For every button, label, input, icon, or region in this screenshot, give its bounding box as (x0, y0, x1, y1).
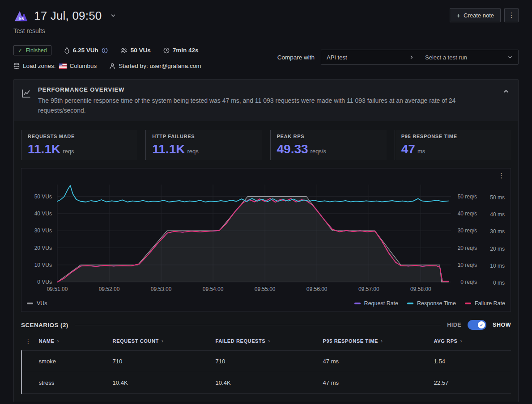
scenarios-toggle[interactable]: ✓ (468, 320, 486, 330)
chevron-right-icon (409, 55, 414, 60)
legend-label: Response Time (417, 300, 456, 307)
us-flag-icon (59, 63, 67, 69)
compare-with-label: Compare with (277, 54, 315, 61)
topbar: k6 17 Jul, 09:50 Test results + Create n… (13, 8, 519, 34)
legend-swatch-vus (27, 303, 33, 304)
topbar-left: k6 17 Jul, 09:50 Test results (13, 8, 116, 34)
run-summary-meta: ✓ Finished 6.25 VUh 50 VUs (13, 45, 201, 69)
hide-label[interactable]: HIDE (447, 322, 461, 328)
compare-section: Compare with API test Select a test run (277, 50, 519, 65)
k6-logo-icon: k6 (13, 8, 29, 23)
table-kebab-header[interactable]: ⋮ (21, 332, 35, 351)
stat-value: 11.1K (28, 143, 60, 156)
kebab-icon: ⋮ (25, 337, 32, 345)
chart-kebab-menu[interactable]: ⋮ (498, 172, 505, 180)
svg-text:50 VUs: 50 VUs (34, 194, 51, 200)
show-label[interactable]: SHOW (493, 322, 511, 328)
collapse-chevron-up-icon[interactable] (501, 86, 511, 98)
svg-text:20 ms: 20 ms (490, 246, 505, 252)
check-icon: ✓ (18, 47, 22, 54)
stats-row: REQUESTS MADE 11.1K reqs HTTP FAILURES 1… (14, 121, 518, 162)
svg-text:10 VUs: 10 VUs (34, 262, 51, 268)
cell-p95-response-time: 47 ms (319, 372, 430, 394)
compare-control: API test Select a test run (321, 50, 519, 65)
users-icon (120, 47, 128, 54)
svg-text:09:57:00: 09:57:00 (358, 286, 379, 292)
stat-label: P95 RESPONSE TIME (401, 134, 505, 139)
page-subtitle: Test results (13, 27, 116, 34)
cell-avg-rps: 22.57 (430, 372, 511, 394)
legend-item-response-time[interactable]: Response Time (407, 300, 456, 307)
chart-legend: VUs Request Rate Response Time Failure R… (21, 299, 511, 310)
started-by-label: Started by: user@grafana.com (119, 63, 201, 69)
title-dropdown-chevron-icon[interactable] (110, 13, 116, 19)
vus-value: 50 VUs (131, 47, 151, 54)
compare-test-run-select[interactable]: Select a test run (420, 50, 518, 64)
row-accent-cell (21, 351, 35, 372)
svg-text:10 ms: 10 ms (490, 263, 505, 269)
stat-unit: reqs/s (311, 148, 326, 155)
status-label: Finished (26, 47, 47, 54)
page-kebab-menu-button[interactable]: ⋮ (504, 8, 519, 22)
svg-text:0 VUs: 0 VUs (37, 279, 52, 285)
svg-text:09:53:00: 09:53:00 (150, 286, 171, 292)
check-icon: ✓ (480, 323, 483, 328)
cell-avg-rps: 1.54 (430, 351, 511, 372)
test-results-page: k6 17 Jul, 09:50 Test results + Create n… (0, 0, 532, 402)
column-header-name[interactable]: NAME› (35, 332, 109, 351)
compare-project-selector[interactable]: API test (321, 50, 420, 64)
toggle-knob: ✓ (478, 321, 485, 328)
performance-overview-header: PERFORMANCE OVERVIEW The 95th percentile… (14, 80, 518, 121)
stat-label: HTTP FAILURES (152, 134, 255, 139)
person-icon (109, 63, 115, 69)
cell-failed-requests: 710 (212, 351, 319, 372)
info-icon[interactable] (102, 47, 108, 54)
svg-text:50 req/s: 50 req/s (457, 194, 477, 200)
stat-value: 11.1K (152, 143, 185, 156)
column-header-request-count[interactable]: REQUEST COUNT› (109, 332, 212, 351)
legend-label: Request Rate (364, 300, 398, 307)
chart-line-icon (21, 88, 32, 101)
kebab-icon: ⋮ (508, 11, 515, 19)
column-header-failed-requests[interactable]: FAILED REQUESTS› (212, 332, 319, 351)
performance-chart[interactable]: 0 VUs0 req/s0 ms10 VUs10 req/s10 ms20 VU… (22, 179, 510, 299)
scenarios-title: SCENARIOS (2) (21, 322, 68, 328)
stat-unit: reqs (187, 148, 198, 155)
legend-swatch-response-time (407, 303, 413, 304)
stat-label: REQUESTS MADE (28, 134, 131, 139)
topbar-actions: + Create note ⋮ (450, 8, 519, 22)
column-label: P95 RESPONSE TIME (323, 338, 378, 344)
column-header-p95-response-time[interactable]: P95 RESPONSE TIME› (319, 332, 430, 351)
vuh-value: 6.25 VUh (73, 47, 98, 54)
sort-chevron-icon: › (460, 338, 463, 344)
legend-item-request-rate[interactable]: Request Rate (354, 300, 398, 307)
svg-text:30 req/s: 30 req/s (457, 228, 477, 234)
svg-text:09:58:00: 09:58:00 (410, 286, 431, 292)
svg-text:20 VUs: 20 VUs (34, 245, 51, 251)
stat-p95-response-time: P95 RESPONSE TIME 47 ms (395, 130, 511, 160)
sort-chevron-icon: › (57, 338, 59, 344)
table-row-stress[interactable]: stress 10.4K 10.4K 47 ms 22.57 (21, 372, 511, 394)
column-header-avg-rps[interactable]: AVG RPS› (430, 332, 511, 351)
plus-icon: + (456, 12, 460, 19)
sort-chevron-icon: › (381, 338, 383, 344)
table-row-smoke[interactable]: smoke 710 710 47 ms 1.54 (21, 351, 511, 372)
stat-value: 47 (401, 143, 415, 156)
legend-item-vus[interactable]: VUs (27, 300, 47, 307)
compare-project-value: API test (327, 54, 347, 61)
legend-swatch-failure-rate (465, 303, 471, 304)
svg-text:10 req/s: 10 req/s (457, 262, 477, 268)
create-note-button[interactable]: + Create note (450, 8, 501, 22)
performance-overview-panel: PERFORMANCE OVERVIEW The 95th percentile… (13, 79, 519, 402)
column-label: NAME (39, 338, 55, 344)
column-label: FAILED REQUESTS (216, 338, 266, 344)
stat-peak-rps: PEAK RPS 49.33 reqs/s (270, 130, 387, 160)
vuh-metric: 6.25 VUh (64, 47, 108, 54)
svg-text:k6: k6 (19, 16, 24, 21)
compare-test-run-placeholder: Select a test run (425, 54, 467, 61)
cell-request-count: 10.4K (109, 372, 212, 394)
legend-item-failure-rate[interactable]: Failure Rate (465, 300, 505, 307)
svg-text:40 req/s: 40 req/s (457, 210, 477, 217)
performance-overview-text: PERFORMANCE OVERVIEW The 95th percentile… (38, 86, 479, 115)
svg-text:09:52:00: 09:52:00 (98, 286, 119, 292)
